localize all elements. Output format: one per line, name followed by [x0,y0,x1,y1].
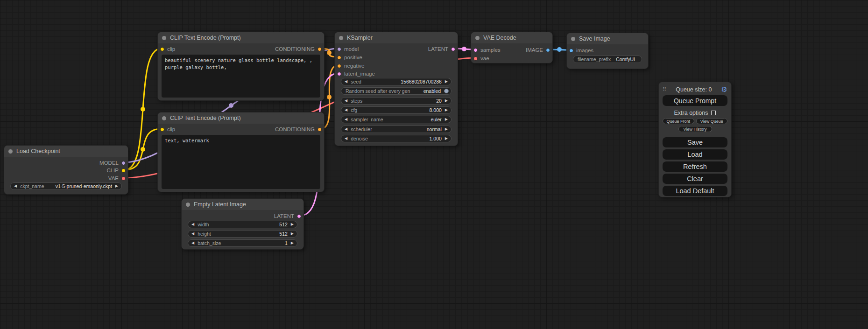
collapse-dot-icon[interactable] [475,36,480,40]
conditioning-port-icon[interactable] [318,127,322,132]
link-midpoint-dot[interactable] [327,50,332,55]
collapse-dot-icon[interactable] [571,37,575,41]
arrow-right-icon[interactable]: ▶ [291,223,294,226]
arrow-left-icon[interactable]: ◀ [345,99,347,103]
link-midpoint-dot[interactable] [462,47,466,51]
node-title[interactable]: VAE Decode [471,32,552,43]
node-title[interactable]: Save Image [567,33,648,44]
node-vae-decode[interactable]: VAE Decode samples vae IMAGE [471,32,553,63]
conditioning-port-icon[interactable] [318,47,322,51]
image-port-icon[interactable] [569,49,573,53]
input-slot-negative[interactable]: negative [337,62,364,70]
model-port-icon[interactable] [121,161,126,165]
input-slot-samples[interactable]: samples [473,46,501,54]
collapse-dot-icon[interactable] [186,203,190,207]
latent-port-icon[interactable] [473,48,478,52]
widget-denoise[interactable]: ◀ denoise 1.000 ▶ [341,135,452,142]
node-ksampler[interactable]: KSampler model positive negative latent_… [334,32,458,146]
prompt-text-area[interactable]: beautiful scenery nature glass bottle la… [162,55,320,98]
arrow-right-icon[interactable]: ▶ [291,232,294,236]
node-empty-latent-image[interactable]: Empty Latent Image LATENT ◀ width 512 ▶ … [181,198,304,250]
extra-options-checkbox[interactable] [711,111,716,115]
output-slot-conditioning[interactable]: CONDITIONING [275,45,322,53]
node-title[interactable]: Empty Latent Image [182,199,303,210]
arrow-right-icon[interactable]: ▶ [445,118,448,121]
widget-sampler-name[interactable]: ◀ sampler_name euler ▶ [341,116,452,123]
node-title[interactable]: CLIP Text Encode (Prompt) [158,112,324,124]
view-history-button[interactable]: View History [678,126,712,132]
input-slot-model[interactable]: model [337,45,359,53]
conditioning-port-icon[interactable] [337,56,341,60]
collapse-dot-icon[interactable] [162,116,166,120]
widget-batch-size[interactable]: ◀ batch_size 1 ▶ [188,239,297,247]
input-slot-clip[interactable]: clip [160,125,175,133]
input-slot-images[interactable]: images [569,46,593,55]
queue-front-button[interactable]: Queue Front [663,118,694,124]
widget-random-seed-toggle[interactable]: Random seed after every gen enabled [341,87,452,95]
arrow-left-icon[interactable]: ◀ [191,232,194,236]
collapse-dot-icon[interactable] [8,149,13,154]
widget-seed[interactable]: ◀ seed 156680208700286 ▶ [341,78,452,85]
image-port-icon[interactable] [546,48,550,52]
widget-steps[interactable]: ◀ steps 20 ▶ [341,97,452,105]
arrow-left-icon[interactable]: ◀ [345,127,347,131]
node-title[interactable]: Load Checkpoint [4,146,128,157]
widget-filename-prefix[interactable]: filename_prefix ComfyUI [573,56,642,63]
load-default-button[interactable]: Load Default [663,186,727,196]
input-slot-vae[interactable]: vae [473,54,489,63]
arrow-right-icon[interactable]: ▶ [445,108,448,112]
node-clip-text-encode-negative[interactable]: CLIP Text Encode (Prompt) clip CONDITION… [157,112,325,192]
conditioning-port-icon[interactable] [337,64,341,68]
input-slot-latent-image[interactable]: latent_image [337,70,375,78]
widget-cfg[interactable]: ◀ cfg 8.000 ▶ [341,106,452,114]
view-queue-button[interactable]: View Queue [696,118,728,124]
node-load-checkpoint[interactable]: Load Checkpoint MODEL CLIP VAE ◀ ckpt_na… [4,145,128,195]
arrow-right-icon[interactable]: ▶ [445,137,448,140]
output-slot-vae[interactable]: VAE [108,174,126,182]
queue-prompt-button[interactable]: Queue Prompt [663,95,727,106]
refresh-button[interactable]: Refresh [663,161,727,172]
prompt-text-area[interactable]: text, watermark [162,135,320,189]
arrow-right-icon[interactable]: ▶ [445,80,448,84]
link-midpoint-dot[interactable] [327,95,332,99]
widget-height[interactable]: ◀ height 512 ▶ [188,230,297,238]
input-slot-clip[interactable]: clip [160,45,175,53]
node-save-image[interactable]: Save Image images filename_prefix ComfyU… [566,33,649,69]
collapse-dot-icon[interactable] [339,36,343,40]
latent-port-icon[interactable] [297,214,301,218]
link-midpoint-dot[interactable] [557,47,562,52]
node-title[interactable]: CLIP Text Encode (Prompt) [158,32,324,43]
widget-width[interactable]: ◀ width 512 ▶ [188,221,297,228]
collapse-dot-icon[interactable] [162,36,166,40]
clip-port-icon[interactable] [160,127,164,132]
node-clip-text-encode-positive[interactable]: CLIP Text Encode (Prompt) clip CONDITION… [157,32,325,101]
arrow-right-icon[interactable]: ▶ [291,241,294,245]
arrow-right-icon[interactable]: ▶ [115,184,118,188]
node-title[interactable]: KSampler [335,32,458,43]
link-midpoint-dot[interactable] [229,103,233,108]
load-button[interactable]: Load [663,149,727,160]
model-port-icon[interactable] [337,47,341,51]
clip-port-icon[interactable] [160,47,164,51]
vae-port-icon[interactable] [473,56,478,61]
comfy-menu-panel[interactable]: ⠿ Queue size: 0 ⚙ Queue Prompt Extra opt… [658,82,732,197]
input-slot-positive[interactable]: positive [337,53,362,62]
widget-ckpt-name[interactable]: ◀ ckpt_name v1-5-pruned-emaonly.ckpt ▶ [10,182,122,190]
vae-port-icon[interactable] [121,176,126,181]
save-button[interactable]: Save [663,137,727,147]
widget-scheduler[interactable]: ◀ scheduler normal ▶ [341,126,452,133]
arrow-left-icon[interactable]: ◀ [191,241,194,245]
arrow-right-icon[interactable]: ▶ [445,99,448,103]
toggle-knob-icon[interactable] [444,89,449,93]
arrow-left-icon[interactable]: ◀ [345,118,347,121]
output-slot-conditioning[interactable]: CONDITIONING [275,125,322,133]
latent-port-icon[interactable] [337,72,341,76]
arrow-left-icon[interactable]: ◀ [345,137,347,140]
clip-port-icon[interactable] [121,168,126,173]
link-midpoint-dot[interactable] [141,107,145,112]
link-midpoint-dot[interactable] [141,147,145,152]
output-slot-latent[interactable]: LATENT [274,212,301,220]
arrow-right-icon[interactable]: ▶ [445,127,448,131]
drag-handle-icon[interactable]: ⠿ [663,86,666,92]
arrow-left-icon[interactable]: ◀ [191,223,194,226]
